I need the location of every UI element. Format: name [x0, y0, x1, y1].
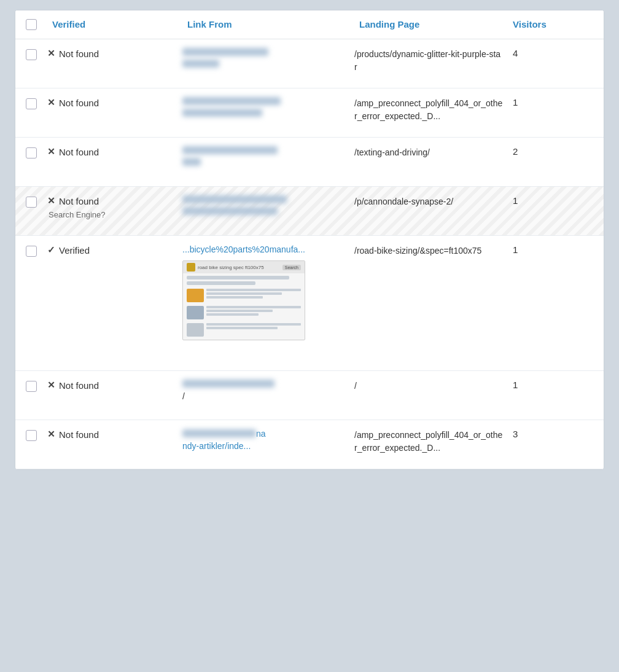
preview-mini-line	[206, 323, 301, 326]
row-landing-page: /road-bike-sizing/&spec=ft100x75	[354, 244, 508, 257]
status-badge: ✕ Not found	[47, 146, 99, 157]
x-icon: ✕	[47, 97, 55, 108]
blurred-link	[182, 146, 278, 154]
row-checkbox-cell[interactable]	[15, 48, 47, 60]
row-checkbox-cell[interactable]	[15, 146, 47, 158]
link-from-link[interactable]: ndy-artikler/inde...	[182, 441, 347, 451]
preview-text-lines	[206, 323, 301, 337]
preview-mini-line	[206, 313, 259, 316]
row-visitors: 1	[508, 380, 582, 390]
col-header-landing-page: Landing Page	[354, 17, 508, 33]
preview-text-lines	[206, 306, 301, 319]
row-checkbox[interactable]	[26, 147, 37, 158]
table-row: ✕ Not found /texting-and-driving/ 2	[15, 138, 604, 187]
preview-mini-line	[206, 292, 282, 295]
table-row: ✕ Not found na ndy-artikler/inde... /amp…	[15, 420, 604, 469]
status-badge: ✕ Not found	[47, 380, 99, 391]
status-label: Not found	[59, 196, 99, 206]
link-from-partial: na	[182, 429, 347, 439]
row-link-from-cell	[182, 146, 354, 167]
status-label: Not found	[59, 147, 99, 157]
row-landing-page: /texting-and-driving/	[354, 146, 508, 159]
table-row: ✕ Not found /products/dynamic-glitter-ki…	[15, 39, 604, 88]
preview-mini-line	[206, 289, 301, 291]
status-label: Not found	[59, 49, 99, 59]
table-row: ✕ Not found Search Engine? /p/cannondale…	[15, 187, 604, 236]
blurred-link	[182, 429, 256, 437]
preview-thumbnail	[187, 323, 204, 337]
row-status-cell: ✕ Not found	[47, 380, 182, 391]
row-link-from-cell[interactable]: ...bicycle%20parts%20manufa... road bike…	[182, 244, 354, 340]
status-badge: ✕ Not found	[47, 48, 99, 59]
link-from-link[interactable]: ...bicycle%20parts%20manufa...	[182, 244, 347, 254]
status-badge: ✓ Verified	[47, 244, 90, 256]
row-checkbox[interactable]	[26, 381, 37, 392]
row-visitors: 4	[508, 48, 582, 58]
preview-thumbnail	[187, 306, 204, 319]
blurred-link	[182, 207, 278, 215]
x-icon: ✕	[47, 429, 55, 440]
x-icon: ✕	[47, 146, 55, 157]
col-header-visitors: Visitors	[508, 17, 582, 33]
row-landing-page: /	[354, 380, 508, 393]
row-status-cell: ✕ Not found	[47, 146, 182, 157]
row-link-from-cell	[182, 48, 354, 69]
preview-title: road bike sizing spec ft100x75	[198, 265, 280, 270]
blurred-link	[182, 60, 219, 68]
row-link-from-cell	[182, 97, 354, 118]
preview-search-button: Search	[282, 265, 301, 270]
row-status-cell: ✕ Not found Search Engine?	[47, 195, 182, 219]
row-checkbox-cell[interactable]	[15, 244, 47, 257]
row-visitors: 1	[508, 97, 582, 107]
row-status-cell: ✕ Not found	[47, 429, 182, 440]
row-checkbox-cell[interactable]	[15, 380, 47, 392]
select-all-checkbox[interactable]	[26, 19, 37, 30]
preview-content-line	[187, 276, 289, 279]
sub-label: Search Engine?	[47, 210, 106, 219]
preview-mini-line	[206, 306, 301, 308]
row-checkbox[interactable]	[26, 246, 37, 257]
preview-section	[187, 323, 301, 337]
row-status-cell: ✕ Not found	[47, 48, 182, 59]
row-landing-page: /p/cannondale-synapse-2/	[354, 195, 508, 208]
select-all-cell[interactable]	[15, 17, 47, 33]
preview-thumbnail	[187, 289, 204, 302]
status-badge: ✕ Not found	[47, 97, 99, 108]
row-status-cell: ✓ Verified	[47, 244, 182, 256]
row-checkbox-cell[interactable]	[15, 97, 47, 109]
row-landing-page: /amp_preconnect_polyfill_404_or_other_er…	[354, 429, 508, 455]
row-checkbox-cell[interactable]	[15, 429, 47, 441]
row-checkbox[interactable]	[26, 98, 37, 109]
table-row: ✕ Not found / / 1	[15, 371, 604, 420]
favicon-icon	[187, 263, 195, 272]
row-checkbox[interactable]	[26, 430, 37, 441]
row-checkbox[interactable]	[26, 49, 37, 60]
blurred-link	[182, 109, 262, 117]
status-label: Not found	[59, 98, 99, 108]
preview-text-lines	[206, 289, 301, 302]
x-icon: ✕	[47, 48, 55, 59]
preview-section	[187, 306, 301, 319]
blurred-link	[182, 158, 201, 166]
preview-header: road bike sizing spec ft100x75 Search	[183, 261, 305, 273]
status-badge: ✕ Not found	[47, 195, 99, 206]
link-suffix: /	[182, 391, 347, 401]
table-row: ✓ Verified ...bicycle%20parts%20manufa..…	[15, 236, 604, 371]
preview-mini-line	[206, 296, 263, 299]
blurred-link	[182, 195, 287, 203]
row-status-cell: ✕ Not found	[47, 97, 182, 108]
preview-content-line	[187, 281, 255, 285]
status-label: Not found	[59, 380, 99, 391]
preview-mini-line	[206, 327, 278, 329]
blurred-link	[182, 97, 281, 105]
row-link-from-cell[interactable]: na ndy-artikler/inde...	[182, 429, 354, 451]
table-row: ✕ Not found /amp_preconnect_polyfill_404…	[15, 88, 604, 138]
link-suffix-visible: na	[256, 429, 266, 439]
main-table: Verified Link From Landing Page Visitors…	[15, 10, 604, 470]
row-checkbox-cell[interactable]	[15, 195, 47, 208]
row-checkbox[interactable]	[26, 197, 37, 208]
row-visitors: 3	[508, 429, 582, 439]
page-preview: road bike sizing spec ft100x75 Search	[182, 260, 305, 340]
table-header: Verified Link From Landing Page Visitors	[15, 10, 604, 39]
blurred-link	[182, 48, 268, 56]
